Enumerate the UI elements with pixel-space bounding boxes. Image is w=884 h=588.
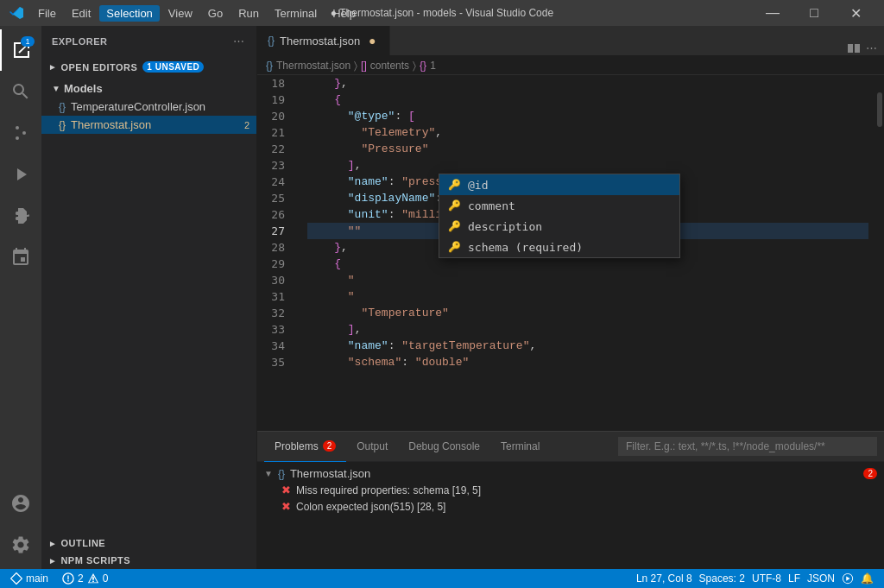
models-label: Models bbox=[64, 82, 103, 95]
menu-go[interactable]: Go bbox=[201, 5, 230, 22]
status-notifications[interactable]: 🔔 bbox=[857, 569, 877, 588]
code-area[interactable]: }, { "@type": [ "Telemetry", bbox=[300, 75, 875, 431]
outline-header[interactable]: ► Outline bbox=[41, 534, 256, 552]
breadcrumb-index[interactable]: 1 bbox=[430, 60, 436, 72]
error-icon-1: ✖ bbox=[281, 484, 291, 496]
status-eol[interactable]: LF bbox=[785, 569, 804, 588]
status-errors[interactable]: 2 0 bbox=[59, 569, 111, 588]
menu-run[interactable]: Run bbox=[231, 5, 266, 22]
code-line-31: " bbox=[307, 288, 868, 305]
outline-label: Outline bbox=[60, 538, 105, 548]
problem-item-1[interactable]: ✖ Miss required properties: schema [19, … bbox=[264, 482, 877, 498]
line-num-25: 25 bbox=[257, 190, 292, 206]
status-position[interactable]: Ln 27, Col 8 bbox=[633, 569, 696, 588]
breadcrumb-file[interactable]: Thermostat.json bbox=[276, 60, 350, 72]
minimize-button[interactable]: — bbox=[753, 0, 792, 26]
breadcrumb-sep-1: 〉 bbox=[354, 60, 357, 72]
panel-tab-problems[interactable]: Problems 2 bbox=[264, 432, 346, 462]
tab-file-icon: {} bbox=[268, 35, 275, 47]
activity-account[interactable] bbox=[0, 483, 41, 524]
sidebar-title: Explorer bbox=[52, 36, 108, 47]
line-num-26: 26 bbox=[257, 206, 292, 223]
problem-group-thermostat: ▼ {} Thermostat.json 2 ✖ Miss required p… bbox=[264, 465, 877, 515]
output-label: Output bbox=[357, 440, 388, 452]
problem-text-2: Colon expected json(515) [28, 5] bbox=[296, 501, 445, 513]
activity-settings[interactable] bbox=[0, 524, 41, 566]
problem-group-name: Thermostat.json bbox=[290, 467, 370, 480]
tab-label: Thermostat.json bbox=[280, 35, 360, 47]
problem-group-count: 2 bbox=[863, 468, 877, 479]
code-line-22: "Pressure" bbox=[307, 141, 868, 157]
autocomplete-item-comment[interactable]: 🔑 comment bbox=[439, 195, 679, 216]
vscode-icon bbox=[9, 5, 24, 21]
autocomplete-item-id[interactable]: 🔑 @id bbox=[439, 174, 679, 195]
menu-edit[interactable]: Edit bbox=[65, 5, 98, 22]
activity-source-control[interactable] bbox=[0, 112, 41, 154]
key-icon-3: 🔑 bbox=[448, 220, 461, 232]
code-line-32: "Temperature" bbox=[307, 305, 868, 321]
key-icon-2: 🔑 bbox=[448, 199, 461, 212]
tab-close-button[interactable]: ● bbox=[365, 34, 379, 47]
status-git[interactable]: main bbox=[7, 569, 52, 588]
autocomplete-item-description[interactable]: 🔑 description bbox=[439, 216, 679, 237]
close-button[interactable]: ✕ bbox=[836, 0, 875, 26]
split-editor-button[interactable] bbox=[847, 41, 861, 55]
activity-source-tree[interactable] bbox=[0, 237, 41, 278]
line-num-34: 34 bbox=[257, 338, 292, 354]
panel-filter-input[interactable] bbox=[618, 437, 877, 456]
status-position-text: Ln 27, Col 8 bbox=[636, 572, 692, 585]
more-tab-actions[interactable]: ⋯ bbox=[866, 41, 877, 54]
thermostat-error-badge: 2 bbox=[244, 120, 249, 130]
open-editors-arrow: ► bbox=[48, 62, 57, 72]
tab-thermostat[interactable]: {} Thermostat.json ● bbox=[257, 26, 390, 55]
line-num-21: 21 bbox=[257, 124, 292, 141]
editor-scroll[interactable]: 18 19 20 21 22 23 24 25 26 27 28 29 30 3… bbox=[257, 75, 884, 431]
activity-run[interactable] bbox=[0, 154, 41, 195]
line-num-19: 19 bbox=[257, 92, 292, 108]
status-spaces[interactable]: Spaces: 2 bbox=[696, 569, 748, 588]
window-controls: — □ ✕ bbox=[753, 0, 875, 26]
autocomplete-item-schema[interactable]: 🔑 schema (required) bbox=[439, 237, 679, 257]
status-remote[interactable] bbox=[838, 569, 857, 588]
problem-text-1: Miss required properties: schema [19, 5] bbox=[296, 484, 481, 496]
problem-item-2[interactable]: ✖ Colon expected json(515) [28, 5] bbox=[264, 498, 877, 515]
line-num-24: 24 bbox=[257, 174, 292, 190]
menu-terminal[interactable]: Terminal bbox=[268, 5, 324, 22]
file-thermostat[interactable]: {} Thermostat.json 2 bbox=[41, 116, 256, 134]
file-temperature-controller[interactable]: {} TemperatureController.json bbox=[41, 98, 256, 116]
scrollbar[interactable] bbox=[875, 75, 884, 431]
line-num-23: 23 bbox=[257, 157, 292, 174]
autocomplete-label-description: description bbox=[468, 220, 542, 233]
status-right: Ln 27, Col 8 Spaces: 2 UTF-8 LF JSON 🔔 bbox=[633, 569, 877, 588]
status-spaces-text: Spaces: 2 bbox=[699, 572, 745, 585]
menu-selection[interactable]: Selection bbox=[99, 5, 159, 22]
editor-area: {} Thermostat.json ● ⋯ {} Thermostat.jso… bbox=[257, 26, 884, 569]
code-line-21: "Telemetry", bbox=[307, 124, 868, 141]
line-num-18: 18 bbox=[257, 75, 292, 92]
breadcrumb-contents[interactable]: contents bbox=[370, 60, 409, 72]
menu-file[interactable]: File bbox=[31, 5, 63, 22]
models-header[interactable]: ▼ Models bbox=[41, 79, 256, 98]
sidebar-header: Explorer ⋯ bbox=[41, 26, 256, 56]
scrollbar-thumb[interactable] bbox=[877, 92, 882, 127]
panel-tab-output[interactable]: Output bbox=[346, 432, 398, 462]
panel-tab-terminal[interactable]: Terminal bbox=[490, 432, 550, 462]
activity-explorer[interactable]: 1 bbox=[0, 29, 41, 71]
code-line-19: { bbox=[307, 92, 868, 108]
npm-scripts-header[interactable]: ► NPM Scripts bbox=[41, 552, 256, 569]
line-num-35: 35 bbox=[257, 354, 292, 370]
sidebar-more-button[interactable]: ⋯ bbox=[231, 33, 246, 49]
problem-group-header[interactable]: ▼ {} Thermostat.json 2 bbox=[264, 465, 877, 482]
open-editors-header[interactable]: ► Open Editors 1 Unsaved bbox=[41, 58, 256, 76]
activity-search[interactable] bbox=[0, 71, 41, 112]
activity-extensions[interactable] bbox=[0, 195, 41, 237]
problem-group-expand: ▼ bbox=[264, 469, 273, 478]
panel-tab-debug-console[interactable]: Debug Console bbox=[398, 432, 490, 462]
svg-point-1 bbox=[16, 136, 19, 140]
line-num-31: 31 bbox=[257, 288, 292, 305]
maximize-button[interactable]: □ bbox=[794, 0, 834, 26]
status-eol-text: LF bbox=[788, 572, 800, 585]
menu-view[interactable]: View bbox=[161, 5, 199, 22]
status-language[interactable]: JSON bbox=[804, 569, 838, 588]
status-encoding[interactable]: UTF-8 bbox=[748, 569, 785, 588]
